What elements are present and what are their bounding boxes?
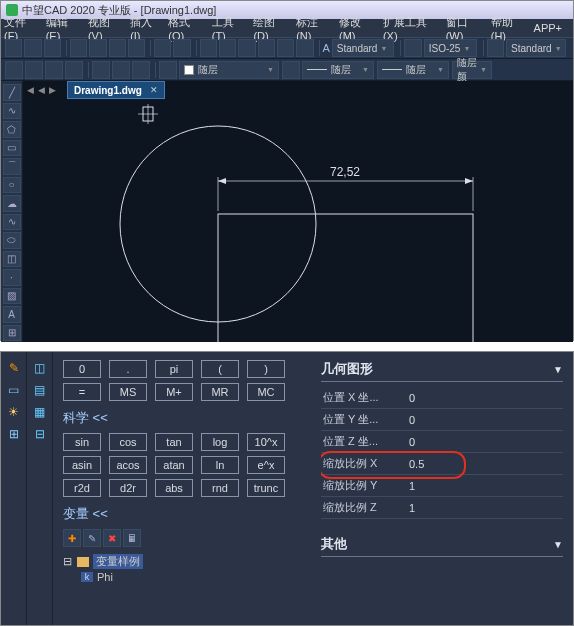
calc-btn-d2r[interactable]: d2r <box>109 479 147 497</box>
calc-btn-sin[interactable]: sin <box>63 433 101 451</box>
menu-view[interactable]: 视图(V) <box>88 15 122 42</box>
tile-icon-3[interactable]: ▦ <box>30 402 50 422</box>
tab-nav-arrows[interactable]: ◀◀▶ <box>25 81 58 99</box>
dimension-text[interactable]: 72,52 <box>330 165 360 179</box>
pan-button[interactable] <box>200 39 217 57</box>
circle-tool[interactable]: ○ <box>3 177 21 194</box>
rect-tool[interactable]: ▭ <box>3 140 21 157</box>
table-style-dropdown[interactable]: Standard <box>506 39 566 57</box>
block-tool[interactable]: ◫ <box>3 251 21 268</box>
rect-icon[interactable]: ▭ <box>4 380 24 400</box>
prop-row-posx[interactable]: 位置 X 坐... 0 <box>321 387 563 409</box>
layerctl-1[interactable] <box>25 61 43 79</box>
hatch-tool[interactable]: ▨ <box>3 288 21 305</box>
table-icon[interactable]: ⊞ <box>4 424 24 444</box>
calc-btn-dot[interactable]: . <box>109 360 147 378</box>
layermgr-button[interactable] <box>5 61 23 79</box>
misc-tool-3[interactable] <box>277 39 294 57</box>
linetype-dropdown[interactable]: 随层 <box>302 61 374 79</box>
prop-row-scaley[interactable]: 缩放比例 Y 1 <box>321 475 563 497</box>
sun-icon[interactable]: ☀ <box>4 402 24 422</box>
pline-tool[interactable]: ∿ <box>3 103 21 120</box>
ellipse-tool[interactable]: ⬭ <box>3 232 21 249</box>
menu-edit[interactable]: 编辑(E) <box>46 15 80 42</box>
tree-row-root[interactable]: ⊟ 变量样例 <box>63 553 311 570</box>
calc-btn-ex[interactable]: e^x <box>247 456 285 474</box>
misc-tool-2[interactable] <box>258 39 275 57</box>
calc-btn-log[interactable]: log <box>201 433 239 451</box>
prop-value[interactable]: 1 <box>405 480 563 492</box>
calc-btn-lparen[interactable]: ( <box>201 360 239 378</box>
zoom-button[interactable] <box>219 39 236 57</box>
calc-btn-ln[interactable]: ln <box>201 456 239 474</box>
save-button[interactable] <box>44 39 61 57</box>
calc-btn-tan[interactable]: tan <box>155 433 193 451</box>
prop-value[interactable]: 0.5 <box>405 458 563 470</box>
prop-value[interactable]: 0 <box>405 392 563 404</box>
calc-btn-asin[interactable]: asin <box>63 456 101 474</box>
layer-btn[interactable] <box>159 61 177 79</box>
text-tool[interactable]: A <box>3 306 21 323</box>
tile-icon-4[interactable]: ⊟ <box>30 424 50 444</box>
drawing-canvas[interactable]: ◀◀▶ Drawing1.dwg ✕ 72,52 <box>23 81 573 342</box>
prop-row-scalex[interactable]: 缩放比例 X 0.5 <box>321 453 563 475</box>
calc-btn-mc[interactable]: MC <box>247 383 285 401</box>
document-tab[interactable]: Drawing1.dwg ✕ <box>67 81 165 99</box>
spline-tool[interactable]: ∿ <box>3 214 21 231</box>
table-tool[interactable]: ⊞ <box>3 325 21 342</box>
other-header[interactable]: 其他 ▼ <box>321 535 563 557</box>
menu-dim[interactable]: 标注(N) <box>296 15 331 42</box>
var-new-icon[interactable]: ✚ <box>63 529 81 547</box>
rectangle-entity[interactable] <box>218 214 473 342</box>
polygon-tool[interactable]: ⬠ <box>3 121 21 138</box>
calc-btn-atan[interactable]: atan <box>155 456 193 474</box>
tile-icon-1[interactable]: ◫ <box>30 358 50 378</box>
cut-button[interactable] <box>70 39 87 57</box>
prop-value[interactable]: 1 <box>405 502 563 514</box>
calc-btn-eq[interactable]: = <box>63 383 101 401</box>
redo-button[interactable] <box>173 39 190 57</box>
arc-tool[interactable]: ⌒ <box>3 158 21 175</box>
menu-help[interactable]: 帮助(H) <box>491 15 526 42</box>
calc-btn-pi[interactable]: pi <box>155 360 193 378</box>
layerctl-2[interactable] <box>45 61 63 79</box>
calc-btn-0[interactable]: 0 <box>63 360 101 378</box>
collapse-arrow-icon[interactable]: ▼ <box>553 539 563 550</box>
var-del-icon[interactable]: ✖ <box>103 529 121 547</box>
revcloud-tool[interactable]: ☁ <box>3 195 21 212</box>
prop-row-scalez[interactable]: 缩放比例 Z 1 <box>321 497 563 519</box>
calc-btn-trunc[interactable]: trunc <box>247 479 285 497</box>
menu-file[interactable]: 文件(F) <box>4 15 38 42</box>
prop-row-posz[interactable]: 位置 Z 坐... 0 <box>321 431 563 453</box>
tree-row-phi[interactable]: k Phi <box>63 570 311 584</box>
calc-btn-abs[interactable]: abs <box>155 479 193 497</box>
calc-btn-mr[interactable]: MR <box>201 383 239 401</box>
copy-button[interactable] <box>89 39 106 57</box>
menu-window[interactable]: 窗口(W) <box>446 15 483 42</box>
collapse-arrow-icon[interactable]: ▼ <box>553 364 563 375</box>
calc-btn-rparen[interactable]: ) <box>247 360 285 378</box>
brush-icon[interactable]: ✎ <box>4 358 24 378</box>
matchprop-button[interactable] <box>128 39 145 57</box>
prop-value[interactable]: 0 <box>405 414 563 426</box>
geometry-header[interactable]: 几何图形 ▼ <box>321 360 563 382</box>
open-file-button[interactable] <box>24 39 41 57</box>
menu-insert[interactable]: 插入(I) <box>130 15 160 42</box>
var-edit-icon[interactable]: ✎ <box>83 529 101 547</box>
calc-btn-cos[interactable]: cos <box>109 433 147 451</box>
calc-btn-10x[interactable]: 10^x <box>247 433 285 451</box>
science-section-title[interactable]: 科学 <box>63 409 311 427</box>
layer-tool-a[interactable] <box>282 61 300 79</box>
misc-tool-4[interactable] <box>296 39 313 57</box>
variables-section-title[interactable]: 变量 <box>63 505 311 523</box>
line-tool[interactable]: ╱ <box>3 84 21 101</box>
prop-value[interactable]: 0 <box>405 436 563 448</box>
calc-btn-r2d[interactable]: r2d <box>63 479 101 497</box>
layerctl-3[interactable] <box>65 61 83 79</box>
point-tool[interactable]: · <box>3 269 21 286</box>
calc-btn-ms[interactable]: MS <box>109 383 147 401</box>
text-style-dropdown[interactable]: Standard <box>332 39 395 57</box>
dim-style-dropdown[interactable]: ISO-25 <box>424 39 477 57</box>
menu-modify[interactable]: 修改(M) <box>339 15 375 42</box>
tab-close-icon[interactable]: ✕ <box>150 85 158 95</box>
